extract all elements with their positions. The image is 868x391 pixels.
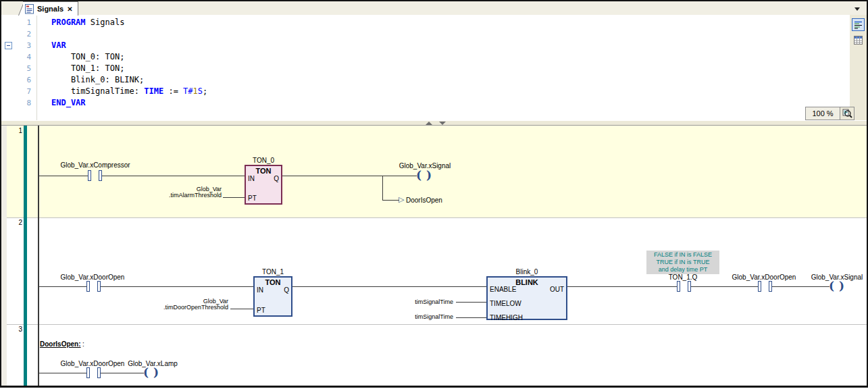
network-3-number[interactable]: 3 <box>14 325 22 333</box>
ladder-left-margin <box>1 126 7 386</box>
contact-operand[interactable]: TON_1.Q <box>669 273 698 281</box>
magnifier-icon <box>842 108 852 119</box>
wire <box>230 309 253 309</box>
block-instance-name[interactable]: TON_0 <box>253 157 274 164</box>
coil-paren-right: ) <box>426 168 432 182</box>
jump-icon[interactable]: ▷ <box>399 195 404 204</box>
block-type: TON <box>246 167 281 175</box>
code-line-3[interactable]: VAR <box>51 40 66 51</box>
wire <box>223 197 245 198</box>
contact-icon[interactable] <box>86 281 90 292</box>
network-jump-label[interactable]: DoorIsOpen: <box>40 340 81 348</box>
contact-operand[interactable]: Glob_Var.xDoorOpen <box>732 273 796 281</box>
contact-icon[interactable] <box>758 281 761 292</box>
power-rail <box>38 126 39 386</box>
textual-view-button[interactable] <box>852 18 865 31</box>
network-label-colon: : <box>82 340 84 348</box>
wire <box>456 317 486 318</box>
network-3[interactable] <box>1 324 867 386</box>
coil-paren-left: ( <box>416 168 422 182</box>
function-block-blink0[interactable]: BLINK ENABLE OUT TIMELOW TIMEHIGH <box>486 276 567 320</box>
block-instance-name[interactable]: TON_1 <box>262 268 284 276</box>
wire <box>282 176 417 176</box>
line-number: 2 <box>12 28 31 40</box>
wire <box>567 286 677 287</box>
pin-in: IN <box>248 175 255 182</box>
timehigh-operand[interactable]: timSignalTime <box>415 313 453 320</box>
pt-operand[interactable]: .timAlarmThreshold <box>169 192 222 199</box>
contact-icon[interactable] <box>677 281 680 292</box>
contact-icon[interactable] <box>86 367 90 378</box>
contact-icon[interactable] <box>97 367 101 378</box>
pin-in: IN <box>257 286 263 294</box>
tabular-view-icon <box>854 36 863 45</box>
keyword: END_VAR <box>51 98 86 107</box>
tooltip-line: and delay time PT <box>646 266 719 273</box>
code-line-5[interactable]: TON_1: TON; <box>51 63 124 74</box>
coil-icon[interactable]: () <box>143 365 159 379</box>
pane-splitter[interactable] <box>1 120 867 126</box>
line-number: 7 <box>12 86 31 97</box>
function-block-ton0[interactable]: TON IN Q PT <box>245 165 282 205</box>
keyword: PROGRAM <box>51 18 86 27</box>
fold-collapse-icon[interactable] <box>5 42 12 49</box>
time-literal: T# <box>183 86 193 96</box>
zoom-level-box[interactable]: 100 % <box>805 107 840 120</box>
identifier: Signals <box>86 18 125 27</box>
operator: := <box>163 86 183 96</box>
network-separator <box>1 324 867 325</box>
code-line-7[interactable]: timSignalTime: TIME := T#1S; <box>51 86 207 97</box>
contact-operand[interactable]: Glob_Var.xDoorOpen <box>61 273 125 281</box>
pin-timelow: TIMELOW <box>490 300 521 307</box>
jump-target-label[interactable]: DoorIsOpen <box>406 197 442 204</box>
editor-window: Signals ✕ 1 2 3 4 5 6 7 8 PROGRAM Signal… <box>0 0 868 391</box>
coil-icon[interactable]: () <box>416 168 432 182</box>
network-2-number[interactable]: 2 <box>14 219 22 226</box>
line-number: 5 <box>12 63 31 74</box>
tooltip-line: TRUE if IN is TRUE <box>646 259 719 266</box>
splitter-collapse-down-icon[interactable] <box>439 122 446 125</box>
tabular-view-button[interactable] <box>852 34 865 47</box>
tooltip-line: FALSE if IN is FALSE <box>646 251 719 259</box>
declaration-editor[interactable] <box>1 15 867 120</box>
block-instance-name[interactable]: Blink_0 <box>516 268 538 276</box>
network-1-number[interactable]: 1 <box>14 127 22 134</box>
code-line-1[interactable]: PROGRAM Signals <box>51 17 124 28</box>
contact-operand[interactable]: Glob_Var.xDoorOpen <box>61 360 125 367</box>
code-line-6[interactable]: Blink_0: BLINK; <box>51 74 144 86</box>
contact-icon[interactable] <box>688 281 691 292</box>
line-number: 4 <box>12 51 31 63</box>
tab-close-icon[interactable]: ✕ <box>67 5 72 13</box>
timelow-operand[interactable]: timSignalTime <box>415 298 453 305</box>
splitter-collapse-up-icon[interactable] <box>426 122 432 125</box>
pin-timehigh: TIMEHIGH <box>490 314 523 321</box>
network-separator <box>1 217 867 218</box>
tab-signals[interactable]: Signals ✕ <box>23 1 78 16</box>
coil-paren-right: ) <box>839 279 844 292</box>
tab-list-dropdown-icon[interactable] <box>854 7 860 11</box>
pin-out: OUT <box>550 286 564 293</box>
contact-icon[interactable] <box>97 281 101 292</box>
gutter-separator <box>36 15 37 120</box>
network-2[interactable] <box>1 217 867 324</box>
coil-icon[interactable]: () <box>829 279 844 292</box>
wire <box>39 286 86 287</box>
wire <box>39 373 86 373</box>
identifier: timSignalTime: <box>51 86 144 96</box>
coil-paren-left: ( <box>829 279 834 292</box>
line-number: 6 <box>12 74 31 86</box>
code-line-4[interactable]: TON_0: TON; <box>51 51 124 63</box>
function-block-ton1[interactable]: TON IN Q PT <box>253 276 292 317</box>
zoom-button[interactable] <box>840 107 854 120</box>
contact-icon[interactable] <box>769 281 772 292</box>
block-tooltip: FALSE if IN is FALSE TRUE if IN is TRUE … <box>646 251 719 274</box>
pt-operand[interactable]: .timDoorOpenThreshold <box>163 304 228 311</box>
contact-icon[interactable] <box>99 170 102 181</box>
wire <box>102 176 245 176</box>
code-line-8[interactable]: END_VAR <box>51 97 86 109</box>
wire <box>39 176 88 176</box>
contact-operand[interactable]: Glob_Var.xCompressor <box>60 161 130 169</box>
time-literal: S <box>198 86 203 96</box>
power-rail-accent <box>24 126 27 386</box>
contact-icon[interactable] <box>88 170 91 181</box>
